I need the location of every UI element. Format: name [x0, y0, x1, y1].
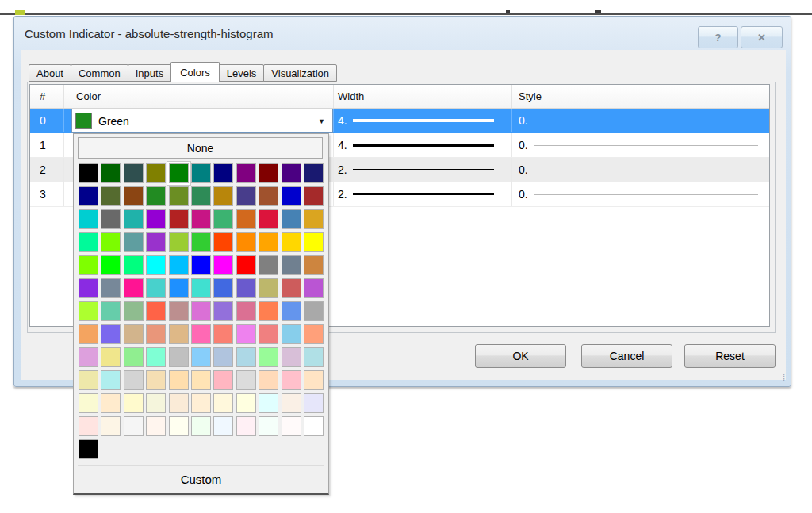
color-swatch[interactable]	[282, 301, 301, 321]
color-swatch[interactable]	[304, 324, 324, 344]
ok-button[interactable]: OK	[475, 344, 566, 368]
color-swatch[interactable]	[236, 255, 256, 275]
color-swatch[interactable]	[169, 186, 189, 206]
color-swatch[interactable]	[101, 186, 121, 206]
color-swatch[interactable]	[79, 370, 98, 390]
color-swatch[interactable]	[101, 209, 121, 229]
help-button[interactable]: ?	[698, 26, 738, 48]
color-swatch[interactable]	[79, 163, 98, 183]
color-swatch[interactable]	[124, 393, 144, 413]
resize-grip-icon[interactable]: ⁞	[783, 375, 785, 381]
color-swatch[interactable]	[146, 255, 166, 275]
color-swatch[interactable]	[191, 232, 211, 252]
color-swatch[interactable]	[213, 370, 233, 390]
color-swatch[interactable]	[79, 324, 98, 344]
row-style-cell[interactable]: 0.	[512, 109, 769, 132]
color-swatch[interactable]	[101, 393, 121, 413]
color-swatch[interactable]	[146, 163, 166, 183]
color-swatch[interactable]	[304, 416, 324, 436]
color-swatch[interactable]	[282, 370, 301, 390]
color-swatch[interactable]	[124, 324, 144, 344]
color-swatch[interactable]	[282, 186, 301, 206]
color-swatch[interactable]	[304, 370, 324, 390]
color-swatch[interactable]	[259, 186, 278, 206]
color-swatch[interactable]	[191, 393, 211, 413]
color-swatch[interactable]	[304, 347, 324, 367]
color-swatch[interactable]	[191, 255, 211, 275]
color-swatch[interactable]	[259, 347, 278, 367]
color-swatch[interactable]	[236, 301, 256, 321]
color-swatch[interactable]	[79, 186, 98, 206]
tab-inputs[interactable]: Inputs	[128, 64, 171, 82]
color-swatch[interactable]	[169, 393, 189, 413]
row-width-cell[interactable]: 2.	[334, 182, 512, 206]
tab-levels[interactable]: Levels	[219, 64, 265, 82]
color-swatch[interactable]	[191, 301, 211, 321]
color-swatch[interactable]	[191, 209, 211, 229]
color-swatch[interactable]	[169, 163, 189, 183]
color-swatch[interactable]	[124, 416, 144, 436]
dropdown-arrow-icon[interactable]: ▼	[318, 117, 325, 125]
color-swatch[interactable]	[169, 255, 189, 275]
color-swatch[interactable]	[124, 255, 144, 275]
color-swatch[interactable]	[169, 370, 189, 390]
color-swatch[interactable]	[101, 163, 121, 183]
color-swatch[interactable]	[213, 232, 233, 252]
color-swatch[interactable]	[213, 347, 233, 367]
color-swatch[interactable]	[169, 232, 189, 252]
color-swatch[interactable]	[213, 393, 233, 413]
color-swatch[interactable]	[213, 278, 233, 298]
color-swatch[interactable]	[79, 416, 98, 436]
color-swatch[interactable]	[146, 278, 166, 298]
color-swatch[interactable]	[213, 416, 233, 436]
color-swatch[interactable]	[169, 301, 189, 321]
color-swatch[interactable]	[191, 278, 211, 298]
color-swatch[interactable]	[124, 278, 144, 298]
color-swatch[interactable]	[236, 416, 256, 436]
color-swatch[interactable]	[304, 301, 324, 321]
color-swatch[interactable]	[124, 347, 144, 367]
color-swatch[interactable]	[304, 186, 324, 206]
color-swatch[interactable]	[79, 393, 98, 413]
color-swatch[interactable]	[169, 209, 189, 229]
color-swatch[interactable]	[282, 324, 301, 344]
color-swatch[interactable]	[236, 347, 256, 367]
color-swatch[interactable]	[101, 255, 121, 275]
color-swatch[interactable]	[101, 301, 121, 321]
color-swatch[interactable]	[213, 163, 233, 183]
color-swatch[interactable]	[304, 393, 324, 413]
color-swatch[interactable]	[213, 186, 233, 206]
color-swatch[interactable]	[146, 370, 166, 390]
color-swatch[interactable]	[124, 163, 144, 183]
color-swatch[interactable]	[169, 416, 189, 436]
color-none-button[interactable]: None	[78, 137, 323, 159]
color-swatch[interactable]	[191, 163, 211, 183]
color-swatch[interactable]	[146, 416, 166, 436]
row-style-cell[interactable]: 0.	[512, 158, 769, 182]
color-swatch[interactable]	[259, 163, 278, 183]
color-swatch[interactable]	[101, 278, 121, 298]
color-swatch[interactable]	[79, 347, 98, 367]
color-swatch[interactable]	[236, 209, 256, 229]
color-swatch[interactable]	[169, 347, 189, 367]
color-swatch[interactable]	[236, 186, 256, 206]
color-swatch[interactable]	[146, 209, 166, 229]
tab-common[interactable]: Common	[71, 64, 128, 82]
color-swatch[interactable]	[304, 255, 324, 275]
color-swatch[interactable]	[213, 301, 233, 321]
tab-about[interactable]: About	[29, 64, 71, 82]
color-swatch[interactable]	[259, 301, 278, 321]
color-swatch[interactable]	[191, 324, 211, 344]
row-style-cell[interactable]: 0.	[512, 182, 769, 206]
color-swatch[interactable]	[124, 209, 144, 229]
color-swatch[interactable]	[146, 301, 166, 321]
color-swatch[interactable]	[304, 209, 324, 229]
color-swatch[interactable]	[282, 278, 301, 298]
color-swatch[interactable]	[146, 186, 166, 206]
color-swatch[interactable]	[191, 347, 211, 367]
color-swatch[interactable]	[259, 255, 278, 275]
color-swatch[interactable]	[101, 347, 121, 367]
color-swatch[interactable]	[236, 370, 256, 390]
color-swatch[interactable]	[124, 232, 144, 252]
color-swatch[interactable]	[146, 324, 166, 344]
